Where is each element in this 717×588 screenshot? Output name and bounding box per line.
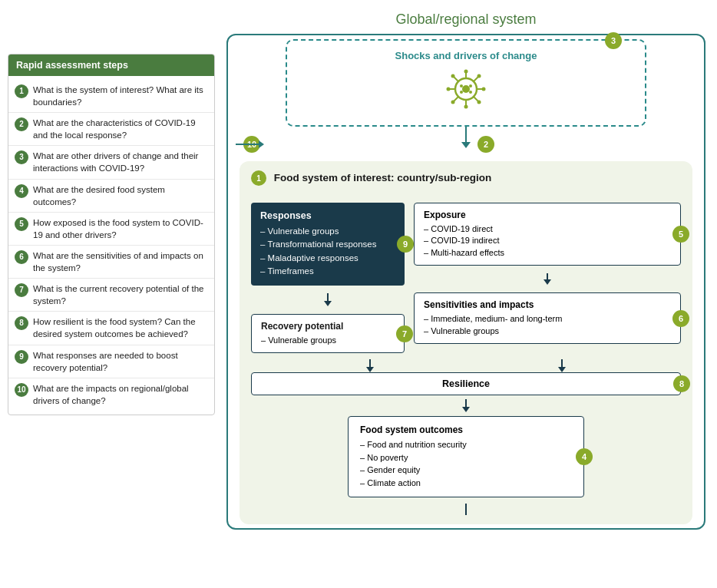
shocks-box: Shocks and drivers of change [286, 39, 646, 127]
badge-9: 9 [397, 236, 414, 253]
svg-line-12 [474, 77, 478, 81]
outcomes-list: Food and nutrition security No poverty G… [360, 438, 572, 489]
badge-4: 4 [576, 448, 593, 465]
list-item: Multi-hazard effects [424, 247, 671, 259]
right-panel: Global/regional system Shocks and driver… [215, 8, 709, 580]
badge-2: 2 [477, 136, 494, 153]
list-item: Climate action [360, 477, 572, 490]
svg-point-17 [477, 101, 481, 104]
food-system-title: 1 Food system of interest: country/sub-r… [251, 170, 491, 186]
virus-icon [299, 68, 633, 116]
step-text: What are other drivers of change and the… [33, 150, 208, 174]
arrow-down [251, 293, 405, 306]
list-item: Timeframes [260, 265, 395, 278]
step-number: 3 [15, 150, 28, 164]
list-item: Vulnerable groups [424, 325, 671, 337]
svg-line-10 [454, 77, 458, 81]
exposure-list: COVID-19 direct COVID-19 indirect Multi-… [424, 223, 671, 259]
recovery-list: Vulnerable groups [261, 335, 395, 346]
responses-box: Responses Vulnerable groups Transformati… [251, 203, 405, 286]
global-title: Global/regional system [226, 12, 705, 28]
step-text: How exposed is the food system to COVID-… [33, 216, 208, 241]
list-item: 3 What are other drivers of change and t… [8, 146, 214, 179]
step-number: 2 [15, 117, 28, 131]
svg-point-21 [469, 91, 472, 94]
step-text: What are the impacts on regional/global … [33, 382, 208, 407]
bottom-arrow [251, 504, 681, 515]
steps-list: 1 What is the system of interest? What a… [8, 76, 214, 415]
list-item: Food and nutrition security [360, 438, 572, 451]
list-item: Maladaptive responses [260, 252, 395, 265]
svg-point-18 [460, 84, 463, 88]
step-number: 9 [15, 350, 28, 364]
recovery-box: Recovery potential Vulnerable groups 7 [251, 314, 405, 353]
responses-list: Vulnerable groups Transformational respo… [260, 225, 395, 278]
outcomes-box: Food system outcomes Food and nutrition … [348, 416, 584, 497]
badge-6: 6 [672, 310, 689, 327]
arrow-down-left [366, 359, 374, 372]
sensitivities-box: Sensitivities and impacts Immediate, med… [414, 292, 681, 344]
svg-point-5 [464, 105, 468, 109]
resilience-label: Resilience [442, 378, 490, 389]
step-number: 8 [15, 316, 28, 330]
list-item: 10 What are the impacts on regional/glob… [8, 378, 214, 411]
sensitivities-list: Immediate, medium- and long-term Vulnera… [424, 313, 671, 337]
badge-5: 5 [672, 226, 689, 243]
badge-3: 3 [605, 32, 622, 49]
list-item: Vulnerable groups [260, 225, 395, 238]
svg-point-11 [451, 74, 455, 78]
list-item: COVID-19 indirect [424, 235, 671, 246]
shocks-label: Shocks and drivers of change [299, 50, 633, 61]
step-text: What responses are needed to boost recov… [33, 349, 208, 374]
svg-point-7 [447, 88, 451, 91]
step-text: How resilient is the food system? Can th… [33, 315, 208, 340]
left-panel: Rapid assessment steps 1 What is the sys… [8, 54, 215, 415]
arrow-down-2 [414, 273, 681, 285]
badge-8: 8 [673, 375, 690, 392]
list-item: Vulnerable groups [261, 335, 395, 346]
svg-line-14 [454, 97, 458, 101]
list-item: No poverty [360, 451, 572, 464]
svg-point-13 [477, 74, 481, 78]
teal-outer-border: Shocks and drivers of change [226, 34, 705, 530]
step-number: 1 [15, 84, 28, 98]
step-text: What are the characteristics of COVID-19… [33, 117, 208, 141]
svg-point-15 [451, 101, 455, 104]
list-item: 4 What are the desired food system outco… [8, 180, 214, 213]
step-text: What are the sensitivities of and impact… [33, 249, 208, 274]
step-text: What is the system of interest? What are… [33, 84, 208, 108]
recovery-title: Recovery potential [261, 321, 395, 332]
step-text: What are the desired food system outcome… [33, 183, 208, 208]
list-item: Immediate, medium- and long-term [424, 313, 671, 325]
list-item: Transformational responses [260, 238, 395, 251]
svg-point-9 [482, 88, 486, 91]
badge-7: 7 [396, 325, 413, 342]
arrow-down-right [558, 359, 566, 372]
step-number: 10 [15, 383, 28, 397]
list-item: 1 What is the system of interest? What a… [8, 80, 214, 113]
step-number: 7 [15, 283, 28, 297]
sensitivities-title: Sensitivities and impacts [424, 299, 671, 310]
svg-line-16 [474, 97, 478, 101]
list-item: 7 What is the current recovery potential… [8, 279, 214, 312]
svg-point-1 [462, 85, 470, 93]
step-text: What is the current recovery potential o… [33, 282, 208, 307]
food-system-box: 1 Food system of interest: country/sub-r… [240, 161, 692, 524]
outcomes-title: Food system outcomes [360, 424, 572, 435]
list-item: COVID-19 direct [424, 223, 671, 235]
resilience-box: Resilience [251, 372, 681, 395]
list-item: 8 How resilient is the food system? Can … [8, 312, 214, 345]
panel-header: Rapid assessment steps [8, 55, 214, 76]
list-item: Gender equity [360, 464, 572, 477]
exposure-box: Exposure COVID-19 direct COVID-19 indire… [414, 203, 681, 266]
list-item: 9 What responses are needed to boost rec… [8, 345, 214, 378]
svg-point-19 [469, 84, 472, 88]
exposure-title: Exposure [424, 210, 671, 220]
svg-point-3 [464, 70, 468, 74]
list-item: 6 What are the sensitivities of and impa… [8, 246, 214, 279]
svg-point-20 [460, 91, 463, 94]
step-number: 6 [15, 250, 28, 264]
arrow-down-3 [251, 399, 681, 412]
list-item: 2 What are the characteristics of COVID-… [8, 113, 214, 146]
badge-1: 1 [251, 170, 266, 186]
